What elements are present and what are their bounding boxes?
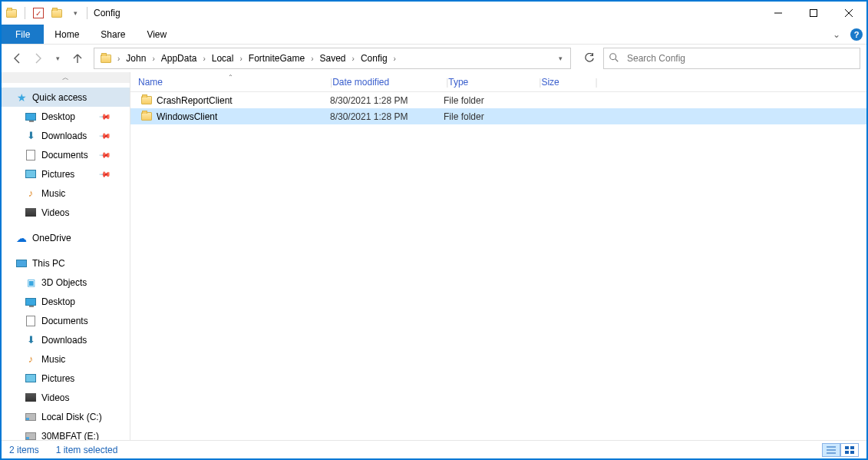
sidebar-item[interactable]: ♪Music (2, 349, 130, 369)
tab-home[interactable]: Home (44, 25, 90, 44)
file-date: 8/30/2021 1:28 PM (330, 95, 444, 106)
file-tab[interactable]: File (2, 25, 44, 44)
sidebar-item-quick-access[interactable]: ★ Quick access (2, 88, 130, 107)
sort-indicator-icon: ⌃ (228, 74, 233, 81)
video-icon (25, 392, 37, 404)
svg-rect-10 (850, 446, 854, 449)
file-rows: CrashReportClient8/30/2021 1:28 PMFile f… (130, 92, 866, 440)
sidebar-item[interactable]: ⬇Downloads📌 (2, 126, 130, 145)
pin-icon: 📌 (99, 110, 111, 122)
file-type: File folder (444, 111, 534, 122)
pc-icon (15, 257, 28, 270)
breadcrumb-segment[interactable]: AppData (157, 48, 202, 68)
sidebar-item[interactable]: Desktop📌 (2, 107, 130, 126)
qat-properties-icon[interactable]: ✓ (30, 5, 47, 22)
disk-icon (25, 411, 37, 423)
column-header-size[interactable]: Size (541, 77, 595, 88)
qat-folder-icon[interactable] (3, 5, 20, 22)
svg-rect-12 (850, 451, 854, 454)
sidebar-item-label: Pictures (41, 169, 74, 180)
sidebar-item[interactable]: Local Disk (C:) (2, 407, 130, 426)
view-thumbnails-button[interactable] (840, 443, 859, 457)
refresh-button[interactable] (579, 48, 600, 69)
qat-newfolder-icon[interactable] (48, 5, 65, 22)
sidebar-item[interactable]: Pictures (2, 369, 130, 388)
window-controls (761, 2, 866, 25)
address-bar[interactable]: › John › AppData › Local › FortniteGame … (94, 48, 571, 69)
sidebar-item[interactable]: Videos (2, 388, 130, 407)
sidebar-item-label: Downloads (41, 131, 87, 141)
cube-icon: ▣ (25, 276, 37, 289)
breadcrumb-segment[interactable]: Config (356, 48, 392, 68)
ribbon-collapse-icon[interactable]: ⌄ (827, 25, 847, 44)
minimize-button[interactable] (761, 2, 796, 25)
file-name: CrashReportClient (157, 95, 233, 106)
column-header-date[interactable]: Date modified (332, 77, 446, 88)
sidebar-item-label: 3D Objects (41, 277, 87, 288)
breadcrumb-root-icon[interactable] (96, 48, 116, 68)
sidebar-scroll-up[interactable]: ︿ (2, 72, 130, 83)
sidebar-item[interactable]: Pictures📌 (2, 164, 130, 184)
document-icon (25, 149, 37, 161)
chevron-right-icon[interactable]: › (116, 55, 121, 63)
svg-point-4 (610, 53, 616, 59)
sidebar-item[interactable]: Documents (2, 311, 130, 330)
svg-line-5 (616, 58, 619, 61)
sidebar-item[interactable]: Documents📌 (2, 145, 130, 164)
picture-icon (25, 168, 37, 180)
close-button[interactable] (831, 2, 866, 25)
tab-view[interactable]: View (136, 25, 177, 44)
address-dropdown-icon[interactable]: ▾ (552, 48, 569, 69)
sidebar-item-label: Local Disk (C:) (41, 412, 102, 422)
column-header-type[interactable]: Type (448, 77, 539, 88)
music-icon: ♪ (25, 353, 37, 366)
sidebar-item-label: Documents (41, 316, 88, 326)
chevron-right-icon[interactable]: › (392, 55, 398, 63)
breadcrumb-segment[interactable]: FortniteGame (244, 48, 309, 68)
file-row[interactable]: CrashReportClient8/30/2021 1:28 PMFile f… (130, 92, 866, 108)
title-bar: ✓ ▾ Config (2, 2, 866, 25)
sidebar-item[interactable]: ⬇Downloads (2, 330, 130, 349)
status-bar: 2 items 1 item selected (2, 440, 866, 458)
quick-access-toolbar: ✓ ▾ (3, 5, 84, 22)
tab-share[interactable]: Share (90, 25, 136, 44)
recent-locations-button[interactable]: ▾ (49, 48, 66, 69)
sidebar-item[interactable]: 30MBFAT (E:) (2, 426, 130, 440)
file-row[interactable]: WindowsClient8/30/2021 1:28 PMFile folde… (130, 108, 866, 124)
chevron-right-icon[interactable]: › (201, 55, 206, 63)
download-icon: ⬇ (25, 334, 37, 346)
folder-icon (141, 112, 152, 121)
sidebar-item-label: Quick access (32, 92, 87, 103)
chevron-right-icon[interactable]: › (351, 55, 356, 63)
search-input[interactable] (625, 52, 855, 65)
breadcrumb-segment[interactable]: Saved (315, 48, 351, 68)
search-icon (609, 52, 619, 65)
breadcrumb-segment[interactable]: Local (207, 48, 239, 68)
sidebar-item[interactable]: Videos (2, 203, 130, 222)
up-button[interactable] (69, 48, 86, 69)
sidebar-item-label: Videos (41, 392, 69, 403)
file-name: WindowsClient (157, 111, 217, 122)
forward-button[interactable] (29, 48, 46, 69)
help-button[interactable]: ? (847, 25, 866, 44)
sidebar-item-label: Desktop (41, 111, 75, 122)
back-button[interactable] (9, 48, 26, 69)
sidebar-item[interactable]: Desktop (2, 292, 130, 311)
sidebar-item[interactable]: ♪Music (2, 184, 130, 203)
sidebar-item-onedrive[interactable]: ☁ OneDrive (2, 228, 130, 247)
pin-icon: 📌 (99, 129, 111, 141)
sidebar-item-this-pc[interactable]: This PC (2, 253, 130, 273)
search-box[interactable] (603, 48, 860, 69)
monitor-icon (25, 296, 37, 308)
view-details-button[interactable] (822, 443, 840, 457)
svg-rect-1 (810, 10, 817, 17)
maximize-button[interactable] (796, 2, 831, 25)
chevron-right-icon[interactable]: › (150, 55, 156, 63)
separator (25, 7, 25, 19)
chevron-right-icon[interactable]: › (309, 55, 315, 63)
qat-dropdown-icon[interactable]: ▾ (67, 5, 84, 22)
column-header-name[interactable]: ⌃ Name (130, 77, 330, 88)
breadcrumb-segment[interactable]: John (121, 48, 150, 68)
sidebar-item[interactable]: ▣3D Objects (2, 273, 130, 292)
chevron-right-icon[interactable]: › (238, 55, 243, 63)
